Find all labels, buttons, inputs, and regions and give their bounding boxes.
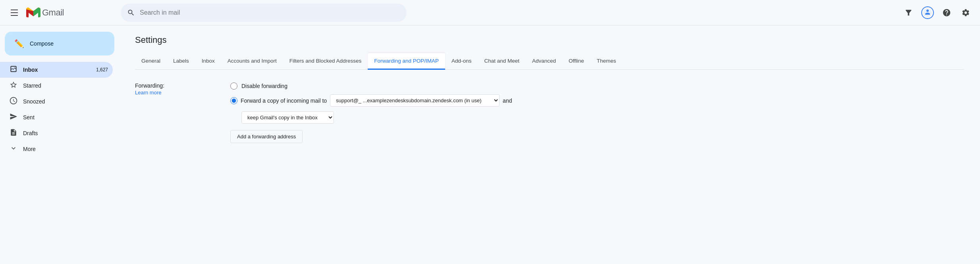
forward-address-select[interactable]: support@_ ...examplezendesksubdomain.zen…	[330, 94, 500, 107]
sidebar-item-more[interactable]: More	[0, 141, 113, 157]
page-title: Settings	[135, 35, 964, 45]
sidebar-item-starred[interactable]: Starred	[0, 78, 113, 94]
sidebar-item-drafts[interactable]: Drafts	[0, 125, 113, 141]
main-content: Settings General Labels Inbox Accounts a…	[119, 25, 980, 264]
copy-action-container: keep Gmail's copy in the Inboxmark Gmail…	[230, 111, 964, 124]
tab-forwarding[interactable]: Forwarding and POP/IMAP	[368, 53, 445, 70]
tab-filters[interactable]: Filters and Blocked Addresses	[283, 53, 368, 70]
star-icon	[10, 81, 17, 91]
settings-icon	[961, 8, 970, 17]
search-icon	[127, 9, 135, 17]
profile-icon-button[interactable]	[920, 5, 936, 21]
pencil-icon: ✏️	[14, 39, 24, 48]
sidebar-item-label: Drafts	[23, 130, 38, 136]
topbar: Gmail	[0, 0, 980, 25]
sidebar: ✏️ Compose Inbox 1,627 Starred Snoozed	[0, 25, 119, 264]
sidebar-item-label: Inbox	[23, 67, 38, 73]
sidebar-item-snoozed[interactable]: Snoozed	[0, 94, 113, 109]
disable-forwarding-label: Disable forwarding	[241, 83, 287, 89]
forward-copy-row: Forward a copy of incoming mail to suppo…	[230, 94, 964, 107]
gmail-logo: Gmail	[26, 8, 64, 18]
snoozed-icon	[10, 97, 17, 107]
help-icon-button[interactable]	[939, 5, 955, 21]
tab-inbox[interactable]: Inbox	[195, 53, 221, 70]
settings-icon-button[interactable]	[958, 5, 974, 21]
and-text: and	[503, 98, 512, 104]
compose-label: Compose	[30, 40, 54, 47]
sent-icon	[10, 113, 17, 122]
sidebar-item-label: Starred	[23, 82, 41, 89]
topbar-left: Gmail	[6, 5, 118, 21]
tab-accounts-import[interactable]: Accounts and Import	[221, 53, 283, 70]
search-bar[interactable]	[121, 4, 407, 22]
gmail-label: Gmail	[42, 8, 64, 18]
sidebar-item-label: More	[23, 146, 36, 152]
learn-more-link[interactable]: Learn more	[135, 90, 214, 96]
sidebar-item-inbox[interactable]: Inbox 1,627	[0, 62, 113, 78]
disable-forwarding-row: Disable forwarding	[230, 82, 964, 90]
main-layout: ✏️ Compose Inbox 1,627 Starred Snoozed	[0, 25, 980, 264]
forward-copy-label: Forward a copy of incoming mail to	[241, 98, 327, 104]
add-forwarding-button[interactable]: Add a forwarding address	[230, 130, 303, 143]
sidebar-item-label: Snoozed	[23, 98, 45, 105]
sidebar-item-label: Sent	[23, 114, 35, 121]
compose-button[interactable]: ✏️ Compose	[5, 32, 114, 55]
tab-offline[interactable]: Offline	[562, 53, 590, 70]
forwarding-label: Forwarding: Learn more	[135, 82, 214, 96]
tab-general[interactable]: General	[135, 53, 167, 70]
inbox-icon	[10, 65, 17, 75]
search-input[interactable]	[140, 9, 400, 16]
sidebar-item-sent[interactable]: Sent	[0, 109, 113, 125]
tab-themes[interactable]: Themes	[590, 53, 623, 70]
copy-action-select[interactable]: keep Gmail's copy in the Inboxmark Gmail…	[241, 111, 334, 124]
gmail-m-icon	[26, 8, 41, 18]
hamburger-button[interactable]	[6, 5, 22, 21]
menu-icon	[6, 5, 22, 21]
drafts-icon	[10, 128, 17, 138]
tab-advanced[interactable]: Advanced	[526, 53, 562, 70]
topbar-right	[901, 5, 974, 21]
disable-forwarding-radio[interactable]	[230, 82, 237, 90]
chevron-down-icon	[10, 144, 17, 154]
settings-tabs: General Labels Inbox Accounts and Import…	[135, 53, 964, 70]
tab-addons[interactable]: Add-ons	[445, 53, 478, 70]
forwarding-row: Forwarding: Learn more Disable forwardin…	[135, 82, 964, 143]
filter-icon	[904, 8, 913, 17]
filter-icon-button[interactable]	[901, 5, 916, 21]
forwarding-controls: Disable forwarding Forward a copy of inc…	[230, 82, 964, 143]
tab-labels[interactable]: Labels	[167, 53, 195, 70]
tab-chat-meet[interactable]: Chat and Meet	[478, 53, 526, 70]
inbox-count: 1,627	[96, 67, 108, 73]
forward-copy-radio[interactable]	[230, 97, 237, 104]
forwarding-section: Forwarding: Learn more Disable forwardin…	[135, 70, 964, 156]
profile-icon	[921, 6, 934, 19]
help-icon	[942, 8, 951, 17]
